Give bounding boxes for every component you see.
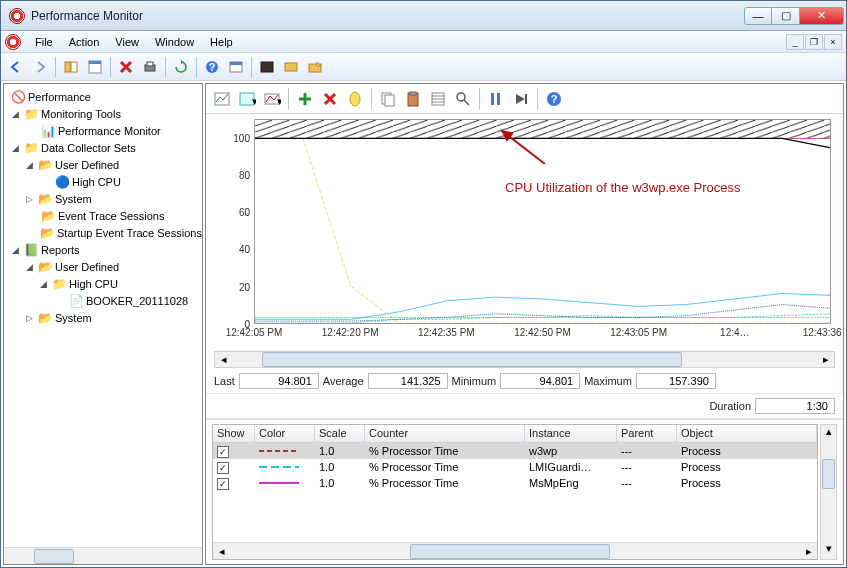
- tree-hscroll[interactable]: [4, 547, 202, 564]
- chart-area: 020406080100 CPU Utilization of the w3wp…: [206, 114, 843, 349]
- main-toolbar: ?: [1, 53, 846, 81]
- forward-button[interactable]: [29, 56, 51, 78]
- menu-action[interactable]: Action: [61, 34, 108, 50]
- hdr-parent[interactable]: Parent: [617, 425, 677, 442]
- update-button[interactable]: [509, 87, 533, 111]
- show-checkbox[interactable]: ✓: [217, 462, 229, 474]
- folder-icon: 📂: [40, 225, 55, 241]
- tree-sets[interactable]: 📂Startup Event Trace Sessions: [6, 224, 200, 241]
- tree-monitoring[interactable]: ◢📁Monitoring Tools: [6, 105, 200, 122]
- view-current-button[interactable]: [210, 87, 234, 111]
- monitor-icon: 📊: [40, 123, 56, 139]
- report-icon: 📄: [68, 293, 84, 309]
- tree-booker[interactable]: 📄BOOKER_20111028: [6, 292, 200, 309]
- toolbar-button-3[interactable]: [280, 56, 302, 78]
- toolbar-button-1[interactable]: [225, 56, 247, 78]
- mdi-close[interactable]: ×: [824, 34, 842, 50]
- tree-reports[interactable]: ◢📗Reports: [6, 241, 200, 258]
- remove-counter-button[interactable]: [318, 87, 342, 111]
- menu-file[interactable]: File: [27, 34, 61, 50]
- folder-icon: 📂: [37, 191, 53, 207]
- mdi-restore[interactable]: ❐: [805, 34, 823, 50]
- tree-system2[interactable]: ▷📂System: [6, 309, 200, 326]
- ct-header: Show Color Scale Counter Instance Parent…: [213, 425, 817, 443]
- counter-area: Show Color Scale Counter Instance Parent…: [206, 419, 843, 564]
- chart-type-button[interactable]: ▾: [260, 87, 284, 111]
- chart-hscroll[interactable]: ◂▸: [214, 351, 835, 368]
- perfmon-icon: 🚫: [10, 89, 26, 105]
- counter-row[interactable]: ✓1.0% Processor TimeLMIGuardi…---Process: [213, 459, 817, 475]
- ct-body[interactable]: ✓1.0% Processor Timew3wp---Process✓1.0% …: [213, 443, 817, 542]
- tree-pane: 🚫Performance ◢📁Monitoring Tools 📊Perform…: [3, 83, 203, 565]
- minimize-button[interactable]: —: [744, 7, 772, 25]
- tree-highcpu2[interactable]: ◢📁High CPU: [6, 275, 200, 292]
- tree-userdef1[interactable]: ◢📂User Defined: [6, 156, 200, 173]
- zoom-button[interactable]: [451, 87, 475, 111]
- folder-icon: 📂: [37, 157, 53, 173]
- menu-help[interactable]: Help: [202, 34, 241, 50]
- close-button[interactable]: ✕: [800, 7, 844, 25]
- counter-table: Show Color Scale Counter Instance Parent…: [212, 424, 818, 560]
- counter-row[interactable]: ✓1.0% Processor Timew3wp---Process: [213, 443, 817, 459]
- chart[interactable]: CPU Utilization of the w3wp.exe Process: [254, 119, 831, 324]
- copy-button[interactable]: [376, 87, 400, 111]
- tree-userdef2[interactable]: ◢📂User Defined: [6, 258, 200, 275]
- show-checkbox[interactable]: ✓: [217, 446, 229, 458]
- svg-rect-0: [65, 62, 70, 72]
- tree-perfmon[interactable]: 📊Performance Monitor: [6, 122, 200, 139]
- show-hide-tree-button[interactable]: [60, 56, 82, 78]
- properties-chart-button[interactable]: [426, 87, 450, 111]
- view-log-button[interactable]: ▾: [235, 87, 259, 111]
- tree-highcpu1[interactable]: 🔵High CPU: [6, 173, 200, 190]
- svg-rect-26: [497, 93, 500, 105]
- stats-row-2: Duration 1:30: [206, 394, 843, 419]
- svg-rect-3: [89, 61, 101, 64]
- freeze-button[interactable]: [484, 87, 508, 111]
- stats-row-1: Last 94.801 Average 141.325 Minimum 94.8…: [206, 369, 843, 394]
- add-counter-button[interactable]: [293, 87, 317, 111]
- mdi-minimize[interactable]: _: [786, 34, 804, 50]
- menu-window[interactable]: Window: [147, 34, 202, 50]
- avg-label: Average: [323, 375, 364, 387]
- menu-view[interactable]: View: [107, 34, 147, 50]
- delete-button[interactable]: [115, 56, 137, 78]
- paste-button[interactable]: [401, 87, 425, 111]
- svg-text:▾: ▾: [277, 95, 281, 107]
- counter-vscroll[interactable]: ▴▾: [820, 424, 837, 560]
- collector-icon: 🔵: [54, 174, 70, 190]
- content-area: 🚫Performance ◢📁Monitoring Tools 📊Perform…: [1, 81, 846, 567]
- hdr-instance[interactable]: Instance: [525, 425, 617, 442]
- folder-icon: 📂: [37, 259, 53, 275]
- chart-hscroll-row: ◂▸: [206, 349, 843, 369]
- menubar: File Action View Window Help _ ❐ ×: [1, 31, 846, 53]
- hdr-show[interactable]: Show: [213, 425, 255, 442]
- titlebar[interactable]: Performance Monitor — ▢ ✕: [1, 1, 846, 31]
- min-value: 94.801: [500, 373, 580, 389]
- min-label: Minimum: [452, 375, 497, 387]
- counter-hscroll[interactable]: ◂▸: [213, 542, 817, 559]
- tree-ets[interactable]: 📂Event Trace Sessions: [6, 207, 200, 224]
- show-checkbox[interactable]: ✓: [217, 478, 229, 490]
- hdr-counter[interactable]: Counter: [365, 425, 525, 442]
- back-button[interactable]: [5, 56, 27, 78]
- tree-body[interactable]: 🚫Performance ◢📁Monitoring Tools 📊Perform…: [4, 84, 202, 547]
- help-button[interactable]: ?: [201, 56, 223, 78]
- hdr-color[interactable]: Color: [255, 425, 315, 442]
- hdr-object[interactable]: Object: [677, 425, 817, 442]
- svg-text:▾: ▾: [252, 95, 256, 107]
- hdr-scale[interactable]: Scale: [315, 425, 365, 442]
- print-button[interactable]: [139, 56, 161, 78]
- tree-system1[interactable]: ▷📂System: [6, 190, 200, 207]
- tree-dcs[interactable]: ◢📁Data Collector Sets: [6, 139, 200, 156]
- toolbar-button-4[interactable]: [304, 56, 326, 78]
- chart-help-button[interactable]: ?: [542, 87, 566, 111]
- maximize-button[interactable]: ▢: [772, 7, 800, 25]
- arrow-icon: [495, 124, 555, 164]
- toolbar-button-2[interactable]: [256, 56, 278, 78]
- tree-root[interactable]: 🚫Performance: [6, 88, 200, 105]
- properties-button[interactable]: [84, 56, 106, 78]
- counter-row[interactable]: ✓1.0% Processor TimeMsMpEng---Process: [213, 475, 817, 491]
- svg-rect-9: [230, 62, 242, 65]
- highlight-button[interactable]: [343, 87, 367, 111]
- refresh-button[interactable]: [170, 56, 192, 78]
